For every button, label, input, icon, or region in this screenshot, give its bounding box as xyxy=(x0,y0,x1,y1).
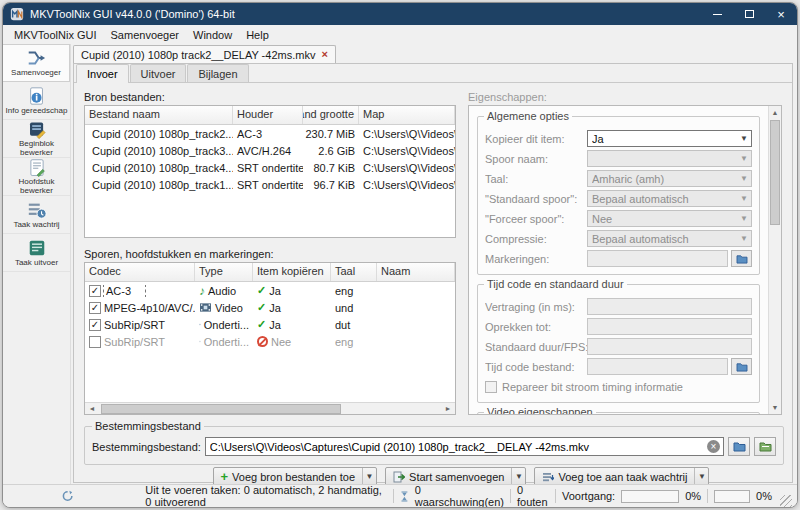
separator xyxy=(707,489,708,503)
col-codec[interactable]: Codec xyxy=(85,263,195,281)
app-window: MKVToolNix GUI v44.0.0 ('Domino') 64-bit… xyxy=(2,2,798,508)
language-select[interactable]: Amharic (amh)▼ xyxy=(587,170,752,187)
source-name: Cupid (2010) 1080p_track2... xyxy=(92,128,233,140)
track-row[interactable]: SubRip/SRT Onderti... Nee eng xyxy=(85,333,455,350)
source-size: 80.7 KiB xyxy=(303,162,359,174)
source-name: Cupid (2010) 1080p_track1... xyxy=(92,179,233,191)
close-button[interactable]: × xyxy=(765,3,797,25)
col-type[interactable]: Type xyxy=(195,263,253,281)
scrollbar-thumb[interactable] xyxy=(101,404,341,414)
properties-scroll-area: Algemene opties Kopieer dit item: Ja▼ Sp… xyxy=(469,106,768,414)
destination-file-input[interactable] xyxy=(205,437,724,456)
tab-uitvoer[interactable]: Uitvoer xyxy=(130,64,187,82)
sidebar-item-samenvoeger[interactable]: Samenvoeger xyxy=(3,44,70,82)
tab-close-icon[interactable]: × xyxy=(321,49,327,60)
field-label: Tijd code bestand: xyxy=(485,361,587,373)
properties-vertical-scrollbar[interactable]: ▲ ▼ xyxy=(768,106,781,414)
minimize-button[interactable] xyxy=(701,3,733,25)
menu-window[interactable]: Window xyxy=(186,27,239,43)
source-row[interactable]: Cupid (2010) 1080p_track2... AC-3 230.7 … xyxy=(85,125,455,142)
track-checkbox[interactable] xyxy=(89,336,101,348)
default-duration-field[interactable] xyxy=(587,338,752,355)
title-bar[interactable]: MKVToolNix GUI v44.0.0 ('Domino') 64-bit… xyxy=(3,3,797,25)
forced-track-select[interactable]: Nee▼ xyxy=(587,210,752,227)
sidebar-item-hoofdstuk-bewerker[interactable]: Hoofdstuk bewerker xyxy=(3,158,70,196)
clear-icon[interactable]: × xyxy=(707,440,720,453)
col-taal[interactable]: Taal xyxy=(331,263,377,281)
track-codec: SubRip/SRT xyxy=(104,319,165,331)
sidebar-item-taak-wachtrij[interactable]: Taak wachtrij xyxy=(3,196,70,234)
track-type: Audio xyxy=(208,285,236,297)
destination-group-title: Bestemmingsbestand xyxy=(92,420,204,432)
delay-field[interactable] xyxy=(587,298,752,315)
field-label: Taal: xyxy=(485,173,587,185)
tab-bijlagen[interactable]: Bijlagen xyxy=(187,64,248,82)
default-track-select[interactable]: Bepaal automatisch▼ xyxy=(587,190,752,207)
menu-bar: MKVToolNix GUI Samenvoeger Window Help xyxy=(3,25,797,44)
select-value: Bepaal automatisch xyxy=(592,233,737,245)
chevron-down-icon[interactable]: ▼ xyxy=(511,468,525,485)
col-bestand-naam[interactable]: Bestand naam xyxy=(85,106,233,124)
tracks-table[interactable]: Codec Type Item kopiëren Taal Naam AC-3 … xyxy=(84,262,456,415)
col-map[interactable]: Map xyxy=(359,106,455,124)
track-checkbox[interactable] xyxy=(89,285,101,297)
tracks-horizontal-scrollbar[interactable]: ◄ ► xyxy=(85,402,455,414)
open-destination-folder-button[interactable] xyxy=(754,437,776,456)
track-name-select[interactable]: ▼ xyxy=(587,150,752,167)
browse-destination-button[interactable] xyxy=(728,437,750,456)
browse-tags-button[interactable] xyxy=(731,250,752,267)
chevron-down-icon: ▼ xyxy=(737,234,751,243)
source-container: SRT ondertiteling xyxy=(233,162,303,174)
track-checkbox[interactable] xyxy=(89,302,101,314)
pending-jobs-status: Uit te voeren taken: 0 automatisch, 2 ha… xyxy=(145,484,387,508)
file-tab[interactable]: Cupid (2010) 1080p track2__DELAY -42ms.m… xyxy=(73,45,336,63)
track-row[interactable]: AC-3 ♪Audio ✓Ja eng xyxy=(85,282,455,299)
track-copy: Ja xyxy=(269,319,281,331)
maximize-button[interactable] xyxy=(733,3,765,25)
menu-help[interactable]: Help xyxy=(239,27,276,43)
job-queue-icon xyxy=(27,200,47,220)
current-job-progress-bar xyxy=(621,490,679,503)
track-checkbox[interactable] xyxy=(89,319,101,331)
scroll-up-icon[interactable]: ▲ xyxy=(769,106,781,119)
copy-item-select[interactable]: Ja▼ xyxy=(587,130,752,147)
tab-invoer[interactable]: Invoer xyxy=(76,64,129,83)
scroll-down-icon[interactable]: ▼ xyxy=(769,401,781,414)
source-row[interactable]: Cupid (2010) 1080p_track3... AVC/H.264 2… xyxy=(85,142,455,159)
scroll-right-icon[interactable]: ► xyxy=(441,405,455,412)
track-row[interactable]: MPEG-4p10/AVC/... Video ✓Ja und xyxy=(85,299,455,316)
col-item-kopieren[interactable]: Item kopiëren xyxy=(253,263,331,281)
col-bestand-grootte[interactable]: Bestand grootte xyxy=(303,106,359,124)
track-language: dut xyxy=(331,319,377,331)
timecode-file-field[interactable] xyxy=(587,358,728,375)
track-copy: Nee xyxy=(271,336,291,348)
track-language: und xyxy=(331,302,377,314)
stretch-field[interactable] xyxy=(587,318,752,335)
sidebar-label: Info gereedschap xyxy=(5,107,69,115)
compression-select[interactable]: Bepaal automatisch▼ xyxy=(587,230,752,247)
source-files-table[interactable]: Bestand naam Houder Bestand grootte Map … xyxy=(84,105,456,238)
chevron-down-icon[interactable]: ▼ xyxy=(362,468,376,485)
browse-timecode-button[interactable] xyxy=(731,358,752,375)
track-row[interactable]: SubRip/SRT Onderti... ✓Ja dut xyxy=(85,316,455,333)
chevron-down-icon[interactable]: ▼ xyxy=(694,468,708,485)
sidebar-item-beginblok-bewerker[interactable]: Beginblok bewerker xyxy=(3,120,70,158)
scrollbar-thumb[interactable] xyxy=(770,120,780,225)
sidebar-item-taak-uitvoer[interactable]: Taak uitvoer xyxy=(3,234,70,272)
errors-status: 0 fouten xyxy=(517,484,549,508)
menu-samenvoeger[interactable]: Samenvoeger xyxy=(104,27,187,43)
scroll-left-icon[interactable]: ◄ xyxy=(85,405,99,412)
sidebar-item-info-gereedschap[interactable]: Info gereedschap xyxy=(3,82,70,120)
menu-mkvtoolnix-gui[interactable]: MKVToolNix GUI xyxy=(7,27,104,43)
chevron-down-icon: ▼ xyxy=(737,174,751,183)
resize-grip[interactable] xyxy=(780,495,792,507)
fix-timing-checkbox[interactable] xyxy=(485,381,497,393)
source-row[interactable]: Cupid (2010) 1080p_track1... SRT onderti… xyxy=(85,176,455,193)
total-progress-bar xyxy=(714,490,750,503)
check-icon: ✓ xyxy=(257,318,266,331)
col-houder[interactable]: Houder xyxy=(233,106,303,124)
source-row[interactable]: Cupid (2010) 1080p_track4... SRT onderti… xyxy=(85,159,455,176)
tags-file-field[interactable] xyxy=(587,250,728,267)
col-naam[interactable]: Naam xyxy=(377,263,455,281)
file-tab-strip: Cupid (2010) 1080p track2__DELAY -42ms.m… xyxy=(73,44,793,63)
